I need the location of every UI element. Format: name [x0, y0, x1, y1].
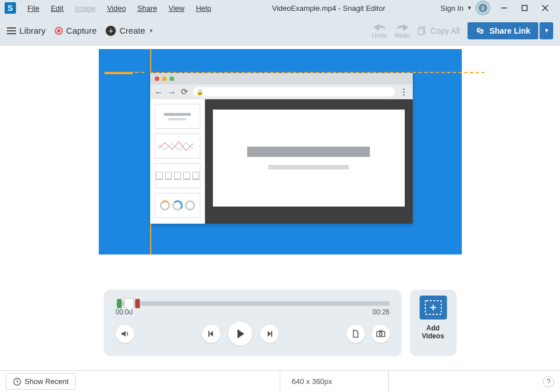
camera-icon [376, 330, 385, 338]
play-button[interactable] [228, 322, 252, 346]
dimensions-display: 640 x 360px [280, 371, 389, 392]
svg-rect-1 [522, 6, 527, 11]
link-icon [476, 26, 485, 35]
slide-thumb [155, 134, 200, 159]
svg-rect-5 [418, 29, 424, 35]
prev-frame-button[interactable] [202, 325, 220, 343]
traffic-red-icon [155, 76, 159, 81]
menu-image: Image [69, 2, 101, 15]
video-canvas[interactable]: ← → ⟳ 🔒 [99, 49, 462, 254]
show-recent-button[interactable]: Show Recent [6, 373, 76, 390]
video-player: 00:00 00:26 [104, 290, 401, 355]
create-button[interactable]: + Create ▼ [106, 26, 154, 36]
add-videos-button[interactable] [420, 296, 447, 320]
next-frame-button[interactable] [260, 325, 279, 343]
traffic-yellow-icon [162, 76, 167, 81]
back-icon: ← [155, 87, 163, 97]
snapshot-button[interactable] [372, 325, 390, 343]
menubar: S File Edit Image Video Share View Help … [0, 0, 560, 16]
copy-all-button: Copy All [418, 26, 460, 35]
minimize-button[interactable] [494, 0, 514, 16]
menu-view[interactable]: View [163, 2, 190, 15]
trim-start-handle[interactable] [117, 299, 122, 308]
speaker-icon [120, 329, 130, 338]
app-logo-icon: S [5, 2, 16, 14]
slide-thumb [155, 163, 200, 188]
lock-icon: 🔒 [196, 89, 203, 95]
kebab-icon [400, 88, 408, 96]
svg-rect-10 [379, 330, 382, 332]
plus-icon: + [106, 26, 116, 36]
url-bar: 🔒 [193, 87, 395, 96]
help-button[interactable]: ? [543, 376, 554, 387]
menu-edit[interactable]: Edit [45, 2, 69, 15]
export-frame-button[interactable] [347, 325, 365, 343]
add-video-icon [425, 300, 442, 315]
undo-button: Undo [372, 23, 386, 39]
share-link-dropdown[interactable]: ▼ [539, 22, 553, 39]
share-link-button[interactable]: Share Link [468, 22, 538, 39]
window-title: VideoExample.mp4 - Snagit Editor [217, 4, 441, 13]
close-button[interactable] [535, 0, 555, 16]
library-button[interactable]: Library [7, 26, 46, 35]
slide-thumb [155, 193, 200, 218]
file-icon [352, 330, 360, 338]
maximize-button[interactable] [514, 0, 535, 16]
info-icon[interactable]: i [476, 1, 490, 15]
timeline-track[interactable] [116, 301, 390, 306]
redo-button: Redo [395, 23, 410, 39]
forward-icon: → [168, 87, 176, 97]
copy-icon [418, 26, 427, 35]
toolbar: Library Capture + Create ▼ Undo Redo Cop… [0, 16, 560, 46]
menu-file[interactable]: File [22, 2, 45, 15]
svg-point-9 [379, 333, 382, 336]
capture-button[interactable]: Capture [55, 26, 96, 35]
add-videos-panel: AddVideos [410, 290, 456, 355]
hamburger-icon [7, 27, 16, 34]
volume-button[interactable] [116, 325, 134, 343]
play-icon [235, 328, 246, 340]
menu-video[interactable]: Video [102, 2, 132, 15]
time-total: 00:26 [372, 308, 389, 316]
browser-mockup: ← → ⟳ 🔒 [150, 73, 413, 224]
menu-share[interactable]: Share [132, 2, 163, 15]
statusbar: Show Recent 640 x 360px ? [0, 370, 560, 392]
record-icon [55, 27, 63, 35]
svg-rect-6 [208, 331, 210, 337]
add-videos-label: AddVideos [422, 324, 444, 341]
playhead[interactable] [124, 298, 134, 308]
slide-thumb [155, 104, 200, 129]
trim-end-handle[interactable] [135, 299, 140, 308]
sign-in-button[interactable]: Sign In▼ [441, 4, 472, 13]
step-back-icon [207, 330, 215, 338]
clock-icon [13, 378, 21, 386]
traffic-green-icon [170, 76, 174, 81]
step-forward-icon [265, 330, 273, 338]
reload-icon: ⟳ [181, 87, 188, 97]
svg-rect-7 [271, 331, 272, 337]
canvas-area: ← → ⟳ 🔒 [0, 46, 560, 285]
menu-help[interactable]: Help [190, 2, 217, 15]
player-row: 00:00 00:26 AddVideos [0, 285, 560, 366]
